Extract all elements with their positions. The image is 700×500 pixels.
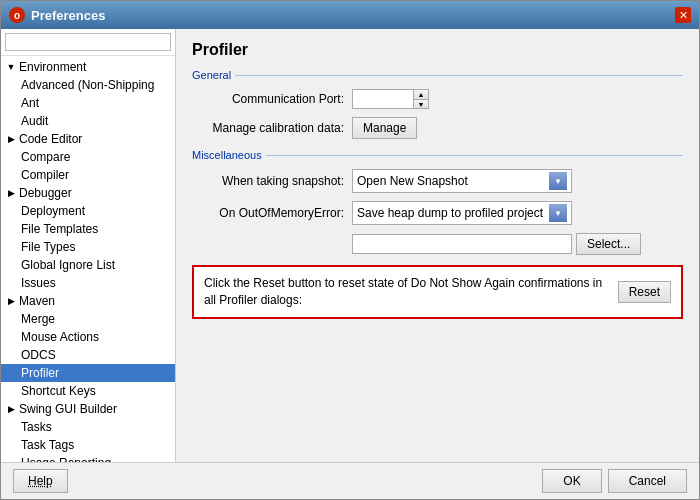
sidebar-item-debugger[interactable]: ▶ Debugger	[1, 184, 175, 202]
oom-error-row: On OutOfMemoryError: Save heap dump to p…	[192, 201, 683, 225]
communication-port-control: 5,140 ▲ ▼	[352, 89, 429, 109]
sidebar-item-code-editor[interactable]: ▶ Code Editor	[1, 130, 175, 148]
snapshot-label: When taking snapshot:	[192, 174, 352, 188]
sidebar-item-ant[interactable]: Ant	[1, 94, 175, 112]
sidebar-item-environment[interactable]: ▼ Environment	[1, 58, 175, 76]
expand-icon: ▶	[5, 403, 17, 415]
sidebar-item-mouse-actions[interactable]: Mouse Actions	[1, 328, 175, 346]
ok-cancel-group: OK Cancel	[542, 469, 687, 493]
expand-icon: ▶	[5, 295, 17, 307]
port-decrement-button[interactable]: ▼	[414, 99, 428, 108]
sidebar-item-issues[interactable]: Issues	[1, 274, 175, 292]
panel-title: Profiler	[192, 41, 683, 59]
reset-button[interactable]: Reset	[618, 281, 671, 303]
manage-button[interactable]: Manage	[352, 117, 417, 139]
sidebar-item-label: Shortcut Keys	[21, 384, 96, 398]
port-spinner: 5,140 ▲ ▼	[352, 89, 429, 109]
oom-dropdown[interactable]: Save heap dump to profiled project ▼	[352, 201, 572, 225]
path-input[interactable]	[352, 234, 572, 254]
dialog-title: Preferences	[31, 8, 105, 23]
sidebar-item-label: Compiler	[21, 168, 69, 182]
snapshot-row: When taking snapshot: Open New Snapshot …	[192, 169, 683, 193]
expand-icon: ▶	[5, 187, 17, 199]
sidebar-item-shortcut-keys[interactable]: Shortcut Keys	[1, 382, 175, 400]
port-increment-button[interactable]: ▲	[414, 90, 428, 99]
sidebar-item-maven[interactable]: ▶ Maven	[1, 292, 175, 310]
ok-button[interactable]: OK	[542, 469, 601, 493]
snapshot-control: Open New Snapshot ▼	[352, 169, 572, 193]
expand-icon: ▶	[5, 133, 17, 145]
port-input[interactable]: 5,140	[353, 90, 413, 108]
oom-error-label: On OutOfMemoryError:	[192, 206, 352, 220]
sidebar-item-label: Task Tags	[21, 438, 74, 452]
sidebar-item-compare[interactable]: Compare	[1, 148, 175, 166]
reset-box-text: Click the Reset button to reset state of…	[204, 275, 608, 309]
content-area: ▼ Environment Advanced (Non-Shipping Ant…	[1, 29, 699, 462]
app-icon: o	[9, 7, 25, 23]
sidebar-item-label: Code Editor	[19, 132, 82, 146]
main-panel: Profiler General Communication Port: 5,1…	[176, 29, 699, 462]
preferences-dialog: o Preferences ✕ ▼ Environment Advanced (…	[0, 0, 700, 500]
search-input[interactable]	[5, 33, 171, 51]
dropdown-arrow-icon: ▼	[549, 172, 567, 190]
sidebar-item-label: Compare	[21, 150, 70, 164]
manage-calibration-control: Manage	[352, 117, 417, 139]
communication-port-row: Communication Port: 5,140 ▲ ▼	[192, 89, 683, 109]
dropdown-arrow-icon: ▼	[549, 204, 567, 222]
communication-port-label: Communication Port:	[192, 92, 352, 106]
close-button[interactable]: ✕	[675, 7, 691, 23]
select-button[interactable]: Select...	[576, 233, 641, 255]
reset-box: Click the Reset button to reset state of…	[192, 265, 683, 319]
manage-calibration-label: Manage calibration data:	[192, 121, 352, 135]
snapshot-dropdown-value: Open New Snapshot	[357, 174, 545, 188]
sidebar-item-label: ODCS	[21, 348, 56, 362]
sidebar-item-label: Issues	[21, 276, 56, 290]
path-control: Select...	[352, 233, 641, 255]
manage-calibration-row: Manage calibration data: Manage	[192, 117, 683, 139]
cancel-button[interactable]: Cancel	[608, 469, 687, 493]
sidebar-item-label: Swing GUI Builder	[19, 402, 117, 416]
misc-section: Miscellaneous When taking snapshot: Open…	[192, 149, 683, 319]
sidebar-item-usage-reporting[interactable]: Usage Reporting	[1, 454, 175, 462]
sidebar-item-label: Audit	[21, 114, 48, 128]
sidebar-item-global-ignore[interactable]: Global Ignore List	[1, 256, 175, 274]
sidebar-item-label: Tasks	[21, 420, 52, 434]
sidebar: ▼ Environment Advanced (Non-Shipping Ant…	[1, 29, 176, 462]
sidebar-search-area	[1, 29, 175, 56]
sidebar-item-tasks[interactable]: Tasks	[1, 418, 175, 436]
sidebar-item-odcs[interactable]: ODCS	[1, 346, 175, 364]
oom-dropdown-value: Save heap dump to profiled project	[357, 206, 545, 220]
sidebar-item-deployment[interactable]: Deployment	[1, 202, 175, 220]
sidebar-item-label: Maven	[19, 294, 55, 308]
sidebar-item-label: Debugger	[19, 186, 72, 200]
snapshot-dropdown[interactable]: Open New Snapshot ▼	[352, 169, 572, 193]
oom-control: Save heap dump to profiled project ▼	[352, 201, 572, 225]
sidebar-item-label: Ant	[21, 96, 39, 110]
sidebar-item-audit[interactable]: Audit	[1, 112, 175, 130]
sidebar-item-merge[interactable]: Merge	[1, 310, 175, 328]
sidebar-item-profiler[interactable]: Profiler	[1, 364, 175, 382]
sidebar-item-label: Environment	[19, 60, 86, 74]
sidebar-item-label: File Templates	[21, 222, 98, 236]
path-row: Select...	[192, 233, 683, 255]
sidebar-item-label: Profiler	[21, 366, 59, 380]
sidebar-item-label: Deployment	[21, 204, 85, 218]
sidebar-item-swing-gui[interactable]: ▶ Swing GUI Builder	[1, 400, 175, 418]
sidebar-item-advanced[interactable]: Advanced (Non-Shipping	[1, 76, 175, 94]
sidebar-item-compiler[interactable]: Compiler	[1, 166, 175, 184]
sidebar-item-label: Advanced (Non-Shipping	[21, 78, 154, 92]
title-bar: o Preferences ✕	[1, 1, 699, 29]
bottom-bar: Help OK Cancel	[1, 462, 699, 499]
misc-section-header: Miscellaneous	[192, 149, 683, 161]
sidebar-item-label: File Types	[21, 240, 75, 254]
sidebar-list: ▼ Environment Advanced (Non-Shipping Ant…	[1, 56, 175, 462]
sidebar-item-label: Merge	[21, 312, 55, 326]
sidebar-item-file-types[interactable]: File Types	[1, 238, 175, 256]
help-button[interactable]: Help	[13, 469, 68, 493]
sidebar-item-file-templates[interactable]: File Templates	[1, 220, 175, 238]
sidebar-item-label: Mouse Actions	[21, 330, 99, 344]
expand-icon: ▼	[5, 61, 17, 73]
sidebar-item-task-tags[interactable]: Task Tags	[1, 436, 175, 454]
sidebar-item-label: Global Ignore List	[21, 258, 115, 272]
general-section-header: General	[192, 69, 683, 81]
